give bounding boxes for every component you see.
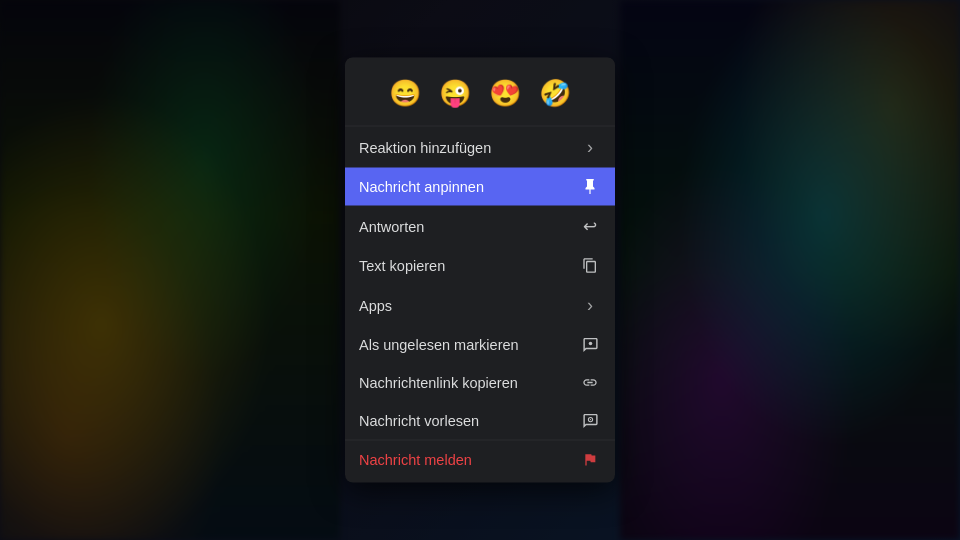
emoji-tongue[interactable]: 😜 — [434, 72, 476, 114]
menu-item-apps[interactable]: Apps › — [345, 285, 615, 326]
svg-point-2 — [589, 418, 590, 419]
menu-item-melden[interactable]: Nachricht melden — [345, 441, 615, 479]
menu-item-ungelesen[interactable]: Als ungelesen markieren — [345, 326, 615, 364]
menu-item-reaktion[interactable]: Reaktion hinzufügen › — [345, 127, 615, 168]
context-menu: 😄 😜 😍 🤣 Reaktion hinzufügen › Nachricht … — [345, 58, 615, 483]
flag-icon — [579, 452, 601, 468]
chevron-right-icon: › — [579, 137, 601, 158]
chevron-right-apps-icon: › — [579, 295, 601, 316]
svg-point-0 — [588, 341, 592, 345]
tts-icon — [579, 412, 601, 429]
emoji-heart-eyes[interactable]: 😍 — [484, 72, 526, 114]
menu-item-kopieren[interactable]: Text kopieren — [345, 247, 615, 285]
emoji-rofl[interactable]: 🤣 — [534, 72, 576, 114]
menu-item-vorlesen[interactable]: Nachricht vorlesen — [345, 402, 615, 440]
emoji-grinning[interactable]: 😄 — [384, 72, 426, 114]
menu-item-nachrichtenlink[interactable]: Nachrichtenlink kopieren — [345, 364, 615, 402]
emoji-reaction-row: 😄 😜 😍 🤣 — [345, 58, 615, 126]
copy-icon — [579, 258, 601, 274]
menu-item-antworten[interactable]: Antworten ↩ — [345, 206, 615, 247]
menu-item-anpinnen[interactable]: Nachricht anpinnen — [345, 168, 615, 206]
link-icon — [579, 375, 601, 391]
unread-icon — [579, 336, 601, 353]
reply-icon: ↩ — [579, 216, 601, 237]
pin-icon — [579, 178, 601, 196]
